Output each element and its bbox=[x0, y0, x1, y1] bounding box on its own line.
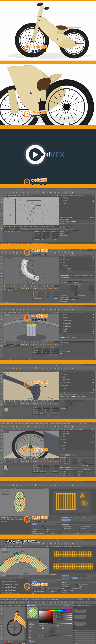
move-icon[interactable]: ✛ bbox=[12, 191, 15, 194]
object-state-dots[interactable]: ∘ ∘ ✓ bbox=[91, 323, 95, 324]
checkbox[interactable]: ✓ bbox=[93, 293, 94, 294]
timeline-current-frame[interactable]: 0 F bbox=[54, 226, 59, 227]
menu-item[interactable]: Simulate bbox=[30, 188, 34, 190]
menu-item[interactable]: Help bbox=[56, 540, 58, 541]
timeline-ruler[interactable]: 0102030405060708090 0 F bbox=[3, 285, 59, 287]
material-channel[interactable]: Reflection bbox=[27, 627, 39, 628]
uv-panel-tab[interactable]: Layers bbox=[69, 575, 74, 577]
material-channel[interactable]: Illumination bbox=[27, 641, 39, 642]
transport-button[interactable]: ◀ bbox=[25, 228, 27, 230]
menu-item[interactable]: UV Edit bbox=[30, 599, 34, 600]
menu-item[interactable]: Display bbox=[13, 429, 16, 430]
menu-item[interactable]: Textures bbox=[86, 605, 90, 606]
points-mode-icon[interactable]: ⋮⋮ bbox=[0, 442, 3, 445]
material-channel[interactable]: Alpha bbox=[27, 634, 39, 635]
attribute-value[interactable]: 1 bbox=[72, 473, 77, 474]
transport-button[interactable]: ⏭ bbox=[35, 344, 37, 346]
menu-item[interactable]: Objects bbox=[70, 255, 73, 256]
menu-item[interactable]: Function bbox=[11, 641, 15, 642]
timeline-playhead[interactable] bbox=[4, 400, 5, 402]
key-button[interactable]: ✛ bbox=[45, 287, 47, 290]
attribute-value[interactable]: 10 bbox=[68, 404, 73, 406]
menu-item[interactable]: Objects bbox=[70, 429, 73, 430]
menu-item[interactable]: Tools bbox=[14, 188, 17, 190]
attribute-value[interactable]: Gray-Blue bbox=[70, 298, 79, 300]
position-field[interactable]: 39.281 cm bbox=[35, 469, 42, 470]
key-button[interactable]: ▥ bbox=[57, 228, 59, 230]
transport-button[interactable]: ⏭ bbox=[35, 460, 37, 463]
object-state-dots[interactable]: ∘ ∘ ▲ bbox=[90, 378, 95, 380]
menu-item[interactable]: Edit bbox=[3, 599, 5, 600]
menu-item[interactable]: Bookmarks bbox=[78, 312, 83, 313]
sampling-dropdown[interactable]: None bbox=[49, 627, 58, 629]
checkbox[interactable] bbox=[66, 408, 67, 409]
checkbox[interactable] bbox=[44, 586, 46, 587]
lock-workplane-icon[interactable]: ⛉ bbox=[0, 284, 3, 287]
key-button[interactable]: Ⓟ bbox=[52, 287, 54, 290]
menu-item[interactable]: Sculpt bbox=[40, 481, 43, 482]
object-tree-item[interactable]: └∿ Spline ∘ ∘ ✓ bbox=[59, 324, 95, 326]
rotation-field[interactable]: 0 ° bbox=[52, 467, 59, 468]
rotation-field[interactable]: 0 ° bbox=[52, 350, 59, 352]
cube-primitive-icon[interactable]: ◼ bbox=[53, 484, 56, 486]
checkbox[interactable]: ✓ bbox=[32, 591, 33, 592]
record-button[interactable]: ? bbox=[42, 344, 44, 346]
frame-end-field[interactable]: 90 F bbox=[15, 461, 20, 462]
snap-grid-icon[interactable]: ▦ bbox=[71, 251, 74, 254]
object-tree-item[interactable]: –▲ Cylinder.2 ∘ ∘ ✗ bbox=[59, 313, 95, 315]
key-button[interactable]: ▦ bbox=[54, 344, 56, 346]
uv-panel-tab[interactable]: Swatches bbox=[81, 575, 87, 577]
menu-item[interactable]: Sculpt bbox=[40, 188, 43, 190]
axis-mode-icon[interactable]: ∟ bbox=[0, 628, 3, 630]
timeline-playhead[interactable] bbox=[4, 341, 5, 343]
material-item[interactable]: blueprnt bbox=[4, 465, 8, 470]
menu-item[interactable]: File bbox=[60, 194, 62, 196]
model-mode-icon[interactable]: ◫ bbox=[0, 198, 3, 201]
slider-value[interactable]: 0 % bbox=[55, 611, 59, 613]
timeline-ruler[interactable]: 0102030405060708090 0 F bbox=[3, 226, 59, 228]
object-state-dots[interactable]: ∘ ∘ bbox=[93, 262, 95, 263]
object-state-dots[interactable]: ∘ ∘ ✓ bbox=[91, 320, 95, 321]
points-mode-icon[interactable]: ⋮⋮ bbox=[0, 384, 3, 386]
undo-icon[interactable]: ↶ bbox=[0, 366, 3, 370]
search-icon[interactable]: ⌕ bbox=[95, 423, 96, 424]
attribute-value[interactable]: 0 ° bbox=[81, 471, 86, 472]
attribute-tab[interactable]: Object bbox=[71, 454, 76, 456]
menu-item[interactable]: Create bbox=[6, 188, 9, 190]
last-tool-icon[interactable]: ✐ bbox=[22, 251, 25, 254]
menu-item[interactable]: Plugins bbox=[55, 188, 58, 190]
coord-system-icon[interactable]: ⌐ bbox=[37, 251, 41, 254]
object-state-dots[interactable]: ∘ ∘ ✓ bbox=[91, 315, 95, 316]
menu-item[interactable]: Edit bbox=[64, 272, 66, 272]
mograph-icon[interactable]: ❋ bbox=[60, 191, 63, 194]
menu-item[interactable]: Snap bbox=[22, 364, 24, 366]
menu-item[interactable]: Edit bbox=[8, 231, 10, 232]
attribute-tab[interactable]: Object bbox=[71, 220, 76, 222]
material-channel[interactable]: Assignment bbox=[27, 642, 39, 644]
attribute-value[interactable]: Default bbox=[69, 347, 78, 349]
viewport[interactable]: 50 mm Front bbox=[3, 196, 59, 225]
texture-mode-icon[interactable]: ▩ bbox=[0, 262, 3, 265]
right-side-tabs[interactable] bbox=[95, 311, 96, 358]
z-axis-lock-icon[interactable]: Z bbox=[34, 308, 37, 311]
size-field[interactable]: 0 cm bbox=[43, 409, 50, 410]
size-field[interactable]: 1 bbox=[43, 469, 50, 470]
menu-item[interactable]: Filter bbox=[23, 312, 25, 313]
transport-button[interactable]: ⟳ bbox=[32, 287, 34, 290]
object-tree-item[interactable]: –▮ Cylinder ∘ ∘ ✗ bbox=[59, 257, 95, 258]
timeline-playhead[interactable] bbox=[4, 458, 5, 460]
layout-dropdown[interactable]: Startup bbox=[83, 249, 95, 250]
render-picture-icon[interactable]: ▸ bbox=[46, 484, 48, 486]
transport-button[interactable]: ▶ bbox=[28, 228, 30, 230]
hue-slider[interactable] bbox=[48, 610, 72, 611]
menu-item[interactable]: File bbox=[0, 540, 2, 541]
texture-layer-button[interactable]: Layer bbox=[43, 625, 72, 626]
attribute-tab[interactable]: Coord. bbox=[65, 396, 70, 397]
z-axis-lock-icon[interactable]: Z bbox=[34, 484, 37, 486]
object-state-dots[interactable]: ∘ ∘ ✗▲ bbox=[26, 587, 31, 588]
menu-item[interactable]: Edit bbox=[4, 577, 5, 578]
menu-item[interactable]: Character bbox=[49, 249, 54, 250]
checkbox[interactable] bbox=[93, 291, 94, 293]
coord-mode-dropdown[interactable]: World bbox=[33, 298, 38, 300]
y-axis-lock-icon[interactable]: Y bbox=[30, 425, 34, 428]
